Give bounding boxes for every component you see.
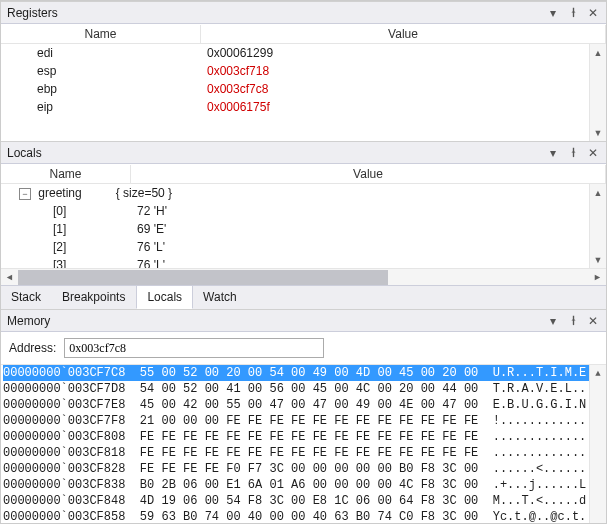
array-index: [1] (1, 222, 131, 236)
memory-address-row: Address: (1, 332, 606, 365)
memory-line[interactable]: 00000000`003CF818 FE FE FE FE FE FE FE F… (3, 445, 604, 461)
scroll-down-icon[interactable]: ▼ (590, 124, 606, 141)
tab-watch[interactable]: Watch (193, 286, 248, 309)
registers-grid-header: Name Value (1, 24, 606, 44)
register-row[interactable]: edi0x00061299 (1, 44, 606, 62)
tab-breakpoints[interactable]: Breakpoints (52, 286, 136, 309)
tab-locals[interactable]: Locals (136, 285, 193, 309)
memory-line[interactable]: 00000000`003CF7C8 55 00 52 00 20 00 54 0… (3, 365, 604, 381)
register-name: eip (1, 100, 201, 114)
registers-panel: Registers ▾ ✕ Name Value edi0x00061299es… (1, 1, 606, 141)
tree-row-root[interactable]: − greeting { size=50 } (1, 184, 606, 202)
col-value[interactable]: Value (131, 165, 606, 183)
scroll-up-icon[interactable]: ▲ (590, 184, 606, 201)
register-row[interactable]: esp0x003cf718 (1, 62, 606, 80)
memory-line[interactable]: 00000000`003CF828 FE FE FE FE F0 F7 3C 0… (3, 461, 604, 477)
tabstrip: StackBreakpointsLocalsWatch (1, 285, 606, 309)
memory-line[interactable]: 00000000`003CF848 4D 19 06 00 54 F8 3C 0… (3, 493, 604, 509)
memory-body[interactable]: 00000000`003CF7C8 55 00 52 00 20 00 54 0… (1, 365, 606, 524)
address-label: Address: (9, 341, 56, 355)
register-value: 0x0006175f (201, 100, 606, 114)
dropdown-icon[interactable]: ▾ (546, 146, 560, 160)
memory-panel: Memory ▾ ✕ Address: 00000000`003CF7C8 55… (1, 309, 606, 524)
col-value[interactable]: Value (201, 25, 606, 43)
locals-panel: Locals ▾ ✕ Name Value − greeting { size=… (1, 141, 606, 309)
registers-header: Registers ▾ ✕ (1, 2, 606, 24)
locals-header: Locals ▾ ✕ (1, 142, 606, 164)
close-icon[interactable]: ✕ (586, 146, 600, 160)
register-name: edi (1, 46, 201, 60)
locals-scrollbar[interactable]: ▲ ▼ (589, 184, 606, 268)
scroll-up-icon[interactable]: ▲ (590, 365, 606, 382)
var-summary: { size=50 } (88, 186, 178, 200)
memory-line[interactable]: 00000000`003CF7F8 21 00 00 00 FE FE FE F… (3, 413, 604, 429)
array-index: [0] (1, 204, 131, 218)
register-row[interactable]: ebp0x003cf7c8 (1, 80, 606, 98)
registers-grid-body: edi0x00061299esp0x003cf718ebp0x003cf7c8e… (1, 44, 606, 141)
array-value: 69 'E' (131, 222, 172, 236)
locals-grid-body: − greeting { size=50 } [0]72 'H'[1]69 'E… (1, 184, 606, 268)
memory-line[interactable]: 00000000`003CF838 B0 2B 06 00 E1 6A 01 A… (3, 477, 604, 493)
register-value: 0x003cf7c8 (201, 82, 606, 96)
memory-header: Memory ▾ ✕ (1, 310, 606, 332)
register-value: 0x00061299 (201, 46, 606, 60)
dropdown-icon[interactable]: ▾ (546, 314, 560, 328)
register-name: esp (1, 64, 201, 78)
array-index: [3] (1, 258, 131, 268)
pin-icon[interactable] (566, 314, 580, 328)
tree-row-child[interactable]: [0]72 'H' (1, 202, 606, 220)
scroll-right-icon[interactable]: ► (589, 269, 606, 286)
register-row[interactable]: eip0x0006175f (1, 98, 606, 116)
scroll-up-icon[interactable]: ▲ (590, 44, 606, 61)
scroll-down-icon[interactable]: ▼ (590, 251, 606, 268)
memory-scrollbar[interactable]: ▲ ▼ (589, 365, 606, 524)
registers-scrollbar[interactable]: ▲ ▼ (589, 44, 606, 141)
memory-line[interactable]: 00000000`003CF7D8 54 00 52 00 41 00 56 0… (3, 381, 604, 397)
tree-row-child[interactable]: [1]69 'E' (1, 220, 606, 238)
col-name[interactable]: Name (1, 25, 201, 43)
tree-row-child[interactable]: [2]76 'L' (1, 238, 606, 256)
address-input[interactable] (64, 338, 324, 358)
registers-title: Registers (7, 6, 546, 20)
array-value: 76 'L' (131, 258, 171, 268)
close-icon[interactable]: ✕ (586, 6, 600, 20)
memory-line[interactable]: 00000000`003CF808 FE FE FE FE FE FE FE F… (3, 429, 604, 445)
memory-line[interactable]: 00000000`003CF858 59 63 B0 74 00 40 00 0… (3, 509, 604, 524)
pin-icon[interactable] (566, 6, 580, 20)
collapse-icon[interactable]: − (19, 188, 31, 200)
register-name: ebp (1, 82, 201, 96)
scroll-left-icon[interactable]: ◄ (1, 269, 18, 286)
array-value: 72 'H' (131, 204, 173, 218)
var-name: greeting (38, 186, 81, 200)
close-icon[interactable]: ✕ (586, 314, 600, 328)
tree-row-child[interactable]: [3]76 'L' (1, 256, 606, 268)
pin-icon[interactable] (566, 146, 580, 160)
tab-stack[interactable]: Stack (1, 286, 52, 309)
col-name[interactable]: Name (1, 165, 131, 183)
memory-line[interactable]: 00000000`003CF7E8 45 00 42 00 55 00 47 0… (3, 397, 604, 413)
array-index: [2] (1, 240, 131, 254)
memory-title: Memory (7, 314, 546, 328)
hscroll-thumb[interactable] (18, 270, 388, 285)
locals-title: Locals (7, 146, 546, 160)
array-value: 76 'L' (131, 240, 171, 254)
locals-grid-header: Name Value (1, 164, 606, 184)
locals-hscroll[interactable]: ◄ ► (1, 268, 606, 285)
dropdown-icon[interactable]: ▾ (546, 6, 560, 20)
register-value: 0x003cf718 (201, 64, 606, 78)
